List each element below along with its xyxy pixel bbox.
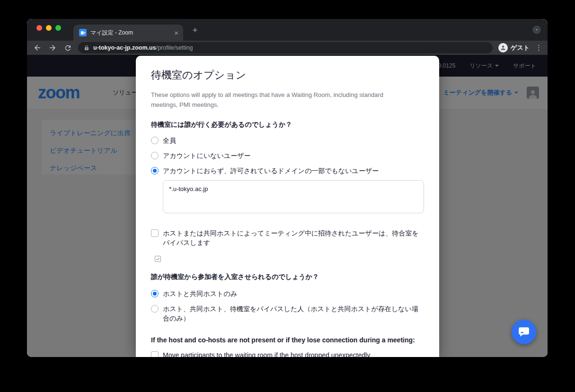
guest-label: ゲスト: [511, 44, 530, 52]
url-text: u-tokyo-ac-jp.zoom.us/profile/setting: [93, 44, 193, 51]
radio-icon[interactable]: [151, 152, 159, 159]
browser-menu-icon[interactable]: ⋮: [535, 44, 542, 52]
radio-icon[interactable]: [151, 167, 159, 174]
reload-icon[interactable]: [63, 43, 72, 52]
radio-everyone[interactable]: 全員: [151, 133, 424, 148]
move-participants-label: Move participants to the waiting room if…: [163, 350, 370, 357]
radio-icon[interactable]: [151, 137, 159, 144]
chat-bubble-icon: [518, 326, 530, 338]
question-host-not-present: If the host and co-hosts are not present…: [151, 336, 424, 344]
back-icon[interactable]: [33, 43, 42, 52]
checkbox-icon[interactable]: [151, 351, 159, 357]
radio-icon[interactable]: [151, 305, 159, 313]
url-path: /profile/setting: [156, 44, 193, 51]
profile-chip[interactable]: ゲスト: [498, 43, 530, 52]
modal-title: 待機室のオプション: [151, 68, 424, 82]
zoom-favicon-icon: [79, 29, 87, 36]
q2-options: ホストと共同ホストのみ ホスト、共同ホスト、待機室をバイパスした人（ホストと共同…: [151, 286, 424, 326]
radio-users-not-in-allowed-domains[interactable]: アカウントにおらず、許可されているドメインの一部でもないユーザー: [151, 163, 424, 178]
bypass-checkbox-label: ホストまたは共同ホストによってミーティング中に招待されたユーザーは、待合室をバイ…: [163, 228, 421, 247]
bypass-waiting-room-checkbox-row[interactable]: ホストまたは共同ホストによってミーティング中に招待されたユーザーは、待合室をバイ…: [151, 226, 424, 250]
chat-help-button[interactable]: [512, 320, 536, 344]
tab-bar: マイ設定 - Zoom × +: [27, 19, 548, 41]
browser-window: マイ設定 - Zoom × + u-tokyo-ac-jp.zoom.us/pr…: [27, 19, 548, 357]
radio-users-not-in-account-label: アカウントにいないユーザー: [163, 151, 251, 160]
new-tab-button[interactable]: +: [190, 25, 200, 35]
question-who-goes-to-waiting-room: 待機室には誰が行く必要があるのでしょうか？: [151, 121, 424, 129]
close-window-icon[interactable]: [36, 25, 42, 31]
traffic-lights: [36, 25, 61, 31]
radio-host-cohosts-bypassers[interactable]: ホスト、共同ホスト、待機室をバイパスした人（ホストと共同ホストが存在しない場合の…: [151, 301, 424, 326]
radio-users-not-in-account[interactable]: アカウントにいないユーザー: [151, 148, 424, 163]
tab-title: マイ設定 - Zoom: [90, 29, 171, 37]
radio-everyone-label: 全員: [163, 136, 176, 145]
radio-users-not-in-allowed-domains-label: アカウントにおらず、許可されているドメインの一部でもないユーザー: [163, 166, 379, 175]
guest-avatar-icon: [498, 43, 508, 52]
radio-host-cohosts-bypassers-label: ホスト、共同ホスト、待機室をバイパスした人（ホストと共同ホストが存在しない場合の…: [163, 304, 421, 323]
small-checkbox-icon: [155, 256, 161, 262]
url-host: u-tokyo-ac-jp.zoom.us: [93, 44, 156, 51]
q1-options: 全員 アカウントにいないユーザー アカウントにおらず、許可されているドメインの一…: [151, 133, 424, 213]
radio-icon[interactable]: [151, 290, 159, 297]
page-content: 88.799.0125 リソース サポート zoom ソリューション ミーティン…: [27, 55, 548, 357]
close-tab-icon[interactable]: ×: [174, 29, 178, 36]
minimize-window-icon[interactable]: [46, 25, 52, 31]
allowed-domains-input[interactable]: *.u-tokyo.ac.jp: [163, 180, 424, 213]
modal-description: These options will apply to all meetings…: [151, 90, 401, 110]
browser-tab[interactable]: マイ設定 - Zoom ×: [73, 25, 183, 41]
tab-search-icon[interactable]: [532, 26, 541, 34]
browser-toolbar: u-tokyo-ac-jp.zoom.us/profile/setting ゲス…: [27, 41, 548, 55]
radio-host-cohosts-only[interactable]: ホストと共同ホストのみ: [151, 286, 424, 301]
maximize-window-icon[interactable]: [55, 25, 61, 31]
address-bar[interactable]: u-tokyo-ac-jp.zoom.us/profile/setting: [78, 42, 493, 53]
move-participants-checkbox-row[interactable]: Move participants to the waiting room if…: [151, 348, 424, 357]
radio-host-cohosts-only-label: ホストと共同ホストのみ: [163, 289, 237, 298]
lock-icon: [84, 45, 89, 51]
forward-icon[interactable]: [48, 43, 57, 52]
waiting-room-options-modal: 待機室のオプション These options will apply to al…: [136, 56, 439, 357]
checkbox-icon[interactable]: [151, 229, 159, 237]
question-who-can-admit: 誰が待機室から参加者を入室させられるのでしょうか？: [151, 273, 424, 281]
